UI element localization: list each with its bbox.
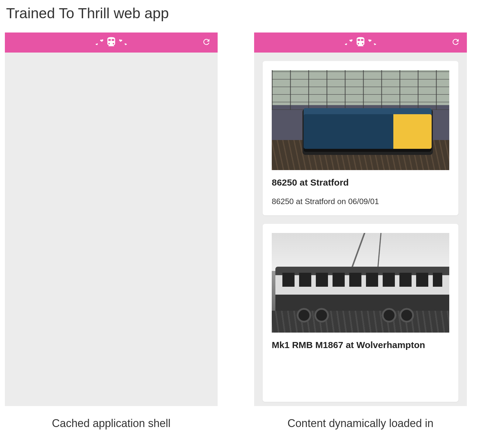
content-area-empty [5, 53, 218, 406]
content-card[interactable]: 86250 at Stratford 86250 at Stratford on… [263, 61, 458, 215]
panels-row: ❤ ❤ ❤ ❤ Cached applica [5, 32, 478, 430]
card-description: 86250 at Stratford on 06/09/01 [272, 197, 449, 206]
card-body: Mk1 RMB M1867 at Wolverhampton [263, 333, 458, 402]
topbar: ❤ ❤ ❤ ❤ [254, 32, 467, 53]
card-body: 86250 at Stratford 86250 at Stratford on… [263, 170, 458, 215]
phone-shell-right: ❤ ❤ ❤ ❤ [254, 32, 467, 406]
app-logo: ❤ ❤ ❤ ❤ [345, 36, 376, 49]
phone-shell-left: ❤ ❤ ❤ ❤ [5, 32, 218, 406]
panel-caption-right: Content dynamically loaded in [288, 417, 433, 430]
heart-icon: ❤ [349, 38, 354, 43]
heart-icon: ❤ [119, 38, 123, 43]
heart-icon: ❤ [124, 42, 127, 46]
train-icon [355, 36, 366, 49]
card-title: Mk1 RMB M1867 at Wolverhampton [272, 340, 449, 350]
card-title: 86250 at Stratford [272, 177, 449, 188]
content-area: 86250 at Stratford 86250 at Stratford on… [254, 53, 467, 406]
panel-right: ❤ ❤ ❤ ❤ [254, 32, 467, 430]
card-image [272, 70, 449, 170]
panel-caption-left: Cached application shell [52, 417, 171, 430]
panel-left: ❤ ❤ ❤ ❤ Cached applica [5, 32, 218, 430]
heart-icon: ❤ [100, 38, 104, 43]
topbar: ❤ ❤ ❤ ❤ [5, 32, 218, 53]
page-title: Trained To Thrill web app [6, 5, 478, 22]
content-card[interactable]: Mk1 RMB M1867 at Wolverhampton [263, 224, 458, 402]
card-image [272, 233, 449, 333]
refresh-button[interactable] [202, 37, 211, 48]
heart-icon: ❤ [344, 42, 348, 46]
refresh-button[interactable] [451, 37, 460, 48]
heart-icon: ❤ [95, 42, 98, 46]
app-logo: ❤ ❤ ❤ ❤ [96, 36, 127, 49]
heart-icon: ❤ [368, 38, 372, 43]
train-icon [105, 36, 117, 49]
heart-icon: ❤ [373, 42, 376, 46]
